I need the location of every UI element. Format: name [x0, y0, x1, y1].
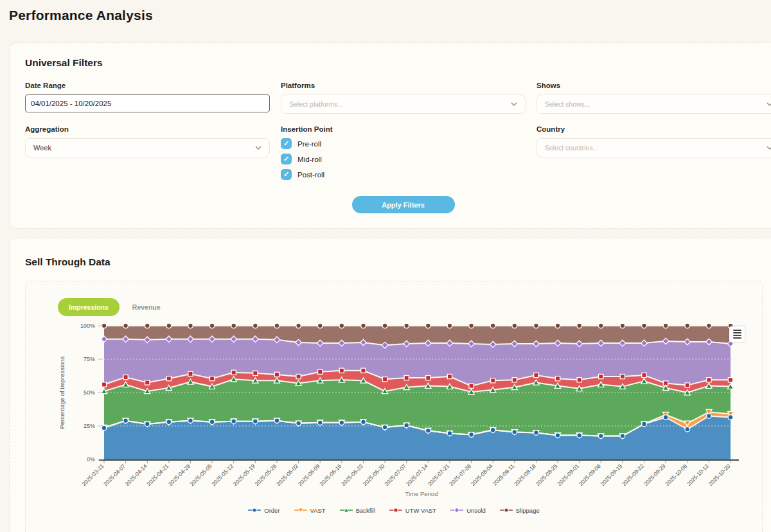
chart-marker [512, 430, 517, 435]
checkbox-row-pre-roll: ✓ Pre-roll [281, 138, 526, 149]
legend-item-utw-vast[interactable]: UTW VAST [389, 506, 436, 514]
x-tick-label: 2025-07-21 [427, 463, 451, 487]
chart-marker [296, 323, 301, 328]
insertion-point-label: Insertion Point [281, 125, 526, 133]
chart-card: Impressions Revenue 2025-03-312025-04-07… [25, 281, 763, 532]
date-range-field: Date Range [25, 82, 270, 114]
shows-placeholder: Select shows... [545, 100, 590, 108]
pre-roll-checkbox[interactable]: ✓ [281, 138, 292, 149]
chart-marker [382, 377, 387, 382]
apply-button-row: Apply Filters [281, 196, 526, 213]
chart-marker [491, 378, 495, 383]
chart-marker [209, 420, 215, 425]
country-select[interactable]: Select countries... [536, 138, 771, 157]
chart-marker [404, 376, 409, 380]
chevron-down-icon [767, 146, 771, 150]
chart-marker [707, 323, 712, 328]
aggregation-value: Week [33, 144, 51, 152]
legend-item-backfill[interactable]: Backfill [340, 506, 375, 514]
chart-marker [469, 323, 474, 328]
legend-item-unsold[interactable]: Unsold [450, 506, 486, 514]
page-title: Performance Analysis [9, 8, 153, 23]
platforms-select[interactable]: Select platforms... [281, 94, 526, 114]
chart-marker [620, 434, 625, 439]
checkbox-row-post-roll: ✓ Post-roll [281, 169, 526, 180]
x-tick-label: 2025-05-26 [254, 463, 278, 487]
legend-item-order[interactable]: Order [248, 506, 279, 514]
x-tick-label: 2025-09-15 [599, 463, 623, 487]
chart-marker [404, 323, 409, 328]
chevron-down-icon [767, 102, 771, 107]
chart-marker [166, 323, 172, 328]
diamond-legend-icon [450, 506, 463, 514]
date-range-input[interactable] [25, 94, 270, 112]
chart-marker [426, 323, 431, 328]
x-tick-label: 2025-04-28 [167, 463, 191, 487]
x-tick-label: 2025-05-05 [189, 463, 213, 487]
universal-filters-panel: Universal Filters Date Range Platforms S… [9, 42, 771, 229]
x-tick-label: 2025-09-08 [578, 463, 602, 487]
legend-label: VAST [310, 507, 326, 514]
aggregation-label: Aggregation [25, 125, 270, 133]
chart-marker [188, 371, 193, 376]
x-tick-label: 2025-10-20 [707, 463, 732, 487]
legend-item-slippage[interactable]: Slippage [500, 506, 540, 514]
legend-label: Slippage [516, 507, 540, 514]
triangle-up-legend-icon [340, 506, 353, 514]
chart-marker [231, 323, 236, 328]
circle-legend-icon [248, 506, 261, 514]
x-tick-label: 2025-10-06 [664, 463, 688, 487]
chart-marker [210, 377, 215, 381]
chart-marker [599, 374, 603, 378]
y-tick-label: 75% [84, 356, 95, 362]
y-tick-label: 100% [80, 323, 95, 329]
chart-marker [231, 419, 236, 424]
shows-select[interactable]: Select shows... [536, 94, 771, 114]
chart-marker [166, 377, 171, 381]
aggregation-select[interactable]: Week [25, 138, 270, 157]
tab-revenue[interactable]: Revenue [130, 298, 163, 316]
chart-marker [728, 415, 733, 420]
post-roll-label: Post-roll [297, 171, 324, 179]
chart-marker [339, 420, 344, 425]
legend-item-vast[interactable]: VAST [294, 506, 326, 514]
chart-marker [512, 378, 517, 382]
chart-marker [555, 433, 560, 438]
chart-marker [123, 323, 128, 328]
chart-marker [317, 420, 323, 425]
chart-marker [339, 323, 344, 328]
x-tick-label: 2025-07-14 [405, 463, 429, 487]
chart-legend: OrderVASTBackfillUTW VASTUnsoldSlippage [26, 506, 762, 514]
chart-marker [317, 323, 323, 328]
chart-marker [447, 323, 452, 328]
x-tick-label: 2025-04-07 [102, 463, 127, 487]
triangle-down-legend-icon [294, 506, 307, 514]
chart-marker [447, 374, 452, 378]
chevron-down-icon [511, 102, 517, 107]
chart-marker [274, 323, 279, 328]
x-tick-label: 2025-08-18 [513, 463, 537, 487]
square-legend-icon [389, 506, 402, 514]
chart-marker [209, 323, 215, 328]
chart-marker [274, 418, 279, 423]
chart-marker [426, 376, 430, 380]
mid-roll-checkbox[interactable]: ✓ [281, 154, 292, 164]
apply-filters-button[interactable]: Apply Filters [352, 196, 455, 213]
y-axis-title: Percentage of Impressions [58, 356, 66, 429]
chart-marker [102, 382, 106, 387]
chart-marker [382, 425, 387, 430]
chart-marker [620, 323, 625, 328]
x-tick-label: 2025-09-01 [556, 463, 580, 487]
chart-menu-button[interactable] [729, 326, 745, 342]
post-roll-checkbox[interactable]: ✓ [281, 169, 292, 180]
checkbox-row-mid-roll: ✓ Mid-roll [281, 154, 526, 164]
chart-marker [454, 508, 459, 513]
tab-impressions[interactable]: Impressions [58, 298, 120, 316]
chart-marker [642, 323, 647, 328]
legend-label: UTW VAST [405, 507, 436, 514]
x-tick-label: 2025-08-04 [470, 463, 494, 487]
chart-marker [318, 369, 323, 374]
legend-label: Unsold [466, 507, 486, 514]
y-tick-label: 50% [84, 389, 95, 396]
chart-marker [534, 430, 539, 436]
